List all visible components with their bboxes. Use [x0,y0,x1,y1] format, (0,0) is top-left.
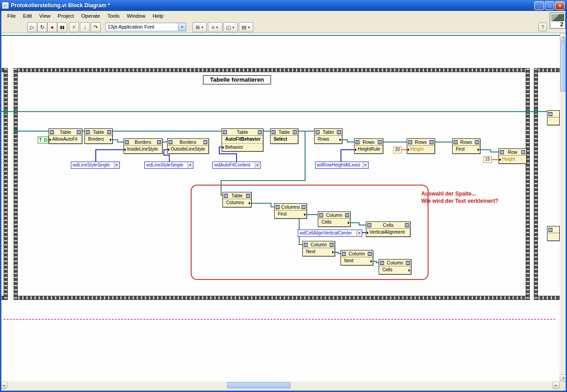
property-row[interactable]: OutsideLineStyle [168,146,208,153]
wire-segment[interactable] [219,153,237,154]
property-row[interactable]: Cells [318,219,350,226]
property-row[interactable]: Height [499,156,526,163]
dropdown-arrow-icon[interactable]: ▼ [187,162,192,168]
title-bar[interactable]: ▷ Protokollerstellung.vi Block Diagram *… [0,0,567,11]
enum-constant-autofit[interactable]: wdAutoFitContent ▼ [212,162,261,169]
reorder-objects-dropdown[interactable]: ▤ ▼ [239,22,253,32]
menu-project[interactable]: Project [54,12,78,20]
context-help-button[interactable]: ? [538,23,547,31]
sequence-tunnel[interactable] [14,129,18,133]
numeric-constant-20[interactable]: 20 [393,147,402,153]
wire-segment[interactable] [18,131,49,132]
wire-segment[interactable] [113,131,222,132]
dropdown-arrow-icon[interactable]: ▼ [363,162,368,168]
wire-segment[interactable] [0,35,560,36]
property-row[interactable]: Columns [223,199,251,207]
wire-segment[interactable] [251,203,271,204]
horizontal-scrollbar-thumb[interactable] [227,382,291,388]
step-over-button[interactable]: ↷ [91,22,101,32]
property-node-rows-heightrule[interactable]: Rows HeightRule [354,138,383,154]
property-node-row-height[interactable]: Row Height [498,148,527,164]
method-row[interactable]: Select [271,136,298,143]
horizontal-scrollbar[interactable]: ◄ ► [0,382,560,389]
property-node-columns-first[interactable]: Columns First [274,203,307,219]
chevron-down-icon[interactable]: ▼ [178,23,186,31]
property-node-table-allowautofit[interactable]: Table AllowAutoFit [49,128,82,144]
property-node-borders-insidelinestyle[interactable]: Borders InsideLineStyle [123,138,163,154]
sequence-frame-border[interactable] [526,68,530,300]
property-node-column-cells-1[interactable]: Column Cells [318,211,350,227]
property-node-table-columns[interactable]: Table Columns [222,192,251,207]
comment-text[interactable]: Auswahl der Spalte... Wie wird der Text … [421,190,498,205]
wire-segment[interactable] [340,149,341,162]
resize-objects-dropdown[interactable]: ◱ ▼ [223,22,238,32]
wire-segment[interactable] [435,142,452,142]
wire-segment[interactable] [236,153,237,162]
property-node-table-bor​ders[interactable]: Table Borders [84,128,113,144]
property-row[interactable]: Height [407,146,434,153]
sequence-tunnel[interactable] [526,110,530,114]
wire-segment[interactable] [305,131,306,181]
wire-segment[interactable] [263,131,270,132]
wire-segment[interactable] [221,180,306,181]
enum-constant-linestyle-1[interactable]: wdLineStyleSingle ▼ [71,162,120,169]
menu-window[interactable]: Window [123,12,149,20]
wire-segment[interactable] [95,149,96,162]
sequence-frame-border[interactable] [14,296,530,300]
menu-edit[interactable]: Edit [20,12,36,20]
sequence-frame-border[interactable] [534,68,538,300]
close-button[interactable]: × [555,1,565,10]
property-node-column-next-2[interactable]: Column Next [340,250,373,265]
property-node-table-rows[interactable]: Table Rows [314,128,342,144]
highlight-execution-button[interactable]: ☀ [69,22,79,32]
wire-segment[interactable] [347,142,354,142]
run-button[interactable]: ▷ [27,22,37,32]
invoke-node-table-select[interactable]: Table Select [270,128,298,144]
numeric-constant-15[interactable]: 15 [483,156,492,163]
wire-segment[interactable] [490,152,498,152]
dropdown-arrow-icon[interactable]: ▼ [356,230,361,236]
align-objects-dropdown[interactable]: ⊞ ▼ [192,22,207,32]
property-node-column-next-1[interactable]: Column Next [302,241,335,256]
menu-help[interactable]: Help [149,12,167,20]
wire-segment[interactable] [299,244,302,245]
sequence-tunnel[interactable] [4,110,8,114]
property-row[interactable]: Rows [315,136,342,143]
partial-property-node[interactable] [547,110,560,125]
enum-constant-rowheightrule[interactable]: wdRowHeightAtLeast ▼ [315,162,369,169]
property-row[interactable]: HeightRule [355,146,383,153]
wire-segment[interactable] [298,131,314,132]
wire-segment[interactable] [221,180,222,196]
method-row[interactable]: AutoFitBehavior [222,136,263,143]
wire-segment[interactable] [359,225,366,225]
menu-tools[interactable]: Tools [104,12,123,20]
property-row[interactable]: Cells [379,266,411,274]
pause-button[interactable]: ▮▮ [57,22,67,32]
property-row[interactable] [547,233,559,241]
step-into-button[interactable]: ↓ [80,22,90,32]
dropdown-arrow-icon[interactable]: ▼ [114,162,119,168]
sequence-frame-border[interactable] [14,68,18,300]
abort-button[interactable]: ● [47,22,57,32]
sequence-tunnel[interactable] [14,110,18,114]
property-node-cells-verticalalignment[interactable]: Cells VerticalAlignment [366,221,410,237]
frame-title-label[interactable]: Tabelle formatieren [203,75,271,84]
boolean-true-constant[interactable]: T [38,137,49,143]
property-node-borders-outsidelinestyle[interactable]: Borders OutsideLineStyle [167,138,209,154]
property-row[interactable]: Next [341,257,373,265]
property-row[interactable]: AllowAutoFit [49,136,82,143]
menu-file[interactable]: File [4,12,20,20]
property-row[interactable]: Next [303,248,335,256]
property-row[interactable]: First [275,211,306,218]
menu-operate[interactable]: Operate [78,12,104,20]
parameter-row[interactable]: Behavior [222,143,263,151]
wire-segment[interactable] [169,155,170,162]
maximize-button[interactable]: □ [545,1,554,10]
wire-segment[interactable] [163,142,167,142]
font-selector[interactable]: 13pt Application Font ▼ [105,23,186,31]
scroll-right-button[interactable]: ► [552,382,560,389]
property-row[interactable]: First [453,146,480,153]
wire-segment[interactable] [362,232,366,233]
wire-segment[interactable] [1,111,547,112]
wire-segment[interactable] [95,149,123,150]
